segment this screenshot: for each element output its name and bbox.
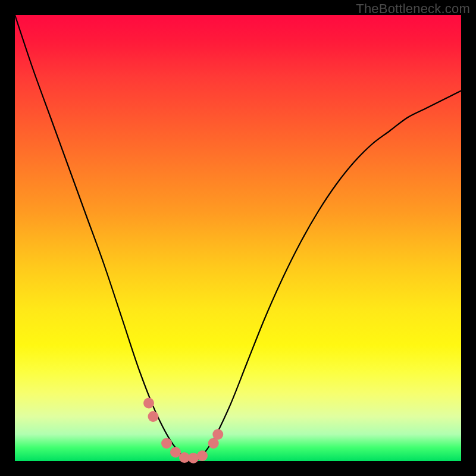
marker-dot — [212, 429, 223, 440]
marker-dot — [170, 447, 181, 458]
marker-dot — [197, 450, 208, 461]
marker-dot — [148, 411, 159, 422]
marker-dot — [188, 453, 199, 464]
marker-dot — [143, 398, 154, 409]
watermark-text: TheBottleneck.com — [356, 1, 470, 17]
chart-svg — [15, 15, 461, 461]
trough-markers — [143, 398, 223, 464]
chart-frame: TheBottleneck.com — [0, 0, 476, 476]
marker-dot — [161, 438, 172, 449]
bg-gradient — [15, 15, 461, 461]
bottleneck-curve — [15, 15, 461, 461]
